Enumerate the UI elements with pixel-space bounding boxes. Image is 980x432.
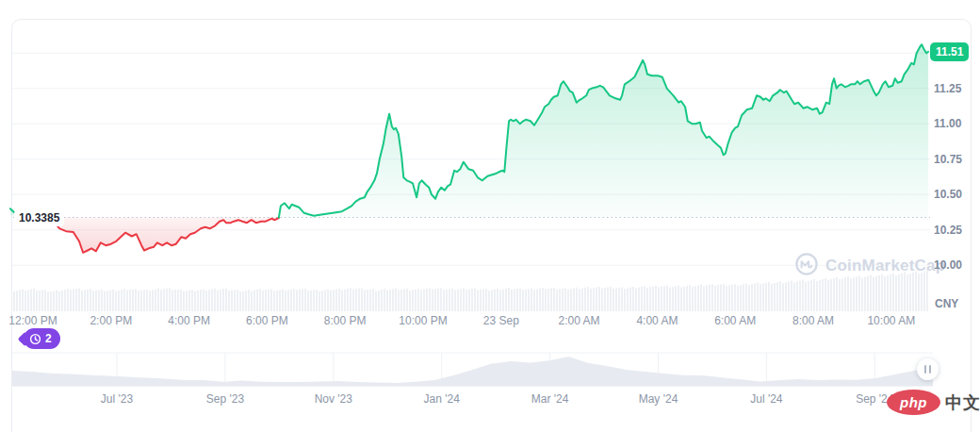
navigator-tick-label: Mar '24 xyxy=(531,392,569,406)
navigator-tick-label: Sep '23 xyxy=(206,392,244,406)
x-axis-tick-label: 4:00 PM xyxy=(168,314,210,327)
x-axis-tick-label: 4:00 AM xyxy=(636,314,678,327)
baseline-price-label: 10.3385 xyxy=(14,210,64,226)
php-site-logo: php xyxy=(887,390,940,415)
navigator-tick-label: Jul '23 xyxy=(101,392,133,406)
y-axis-tick-label: 10.50 xyxy=(934,188,962,201)
handle-grip-icon xyxy=(929,365,931,374)
handle-grip-icon xyxy=(924,365,926,374)
price-chart-canvas[interactable] xyxy=(0,0,980,432)
x-axis-tick-label: 8:00 PM xyxy=(324,314,367,327)
brush-right-handle[interactable] xyxy=(917,358,939,380)
x-axis-tick-label: 10:00 AM xyxy=(867,314,915,327)
price-area-fills xyxy=(10,44,928,253)
current-price-badge: 11.51 xyxy=(930,42,969,61)
history-clock-icon xyxy=(29,333,41,345)
x-axis-tick-label: 12:00 PM xyxy=(8,314,57,327)
y-axis-tick-label: 11.25 xyxy=(934,82,961,95)
x-axis-tick-label: 2:00 AM xyxy=(559,314,600,327)
x-axis-tick-label: 6:00 AM xyxy=(714,314,756,327)
navigator-tick-label: Jan '24 xyxy=(424,392,460,406)
navigator-tick-label: Jul '24 xyxy=(750,392,782,406)
x-axis-tick-label: 23 Sep xyxy=(483,314,519,327)
site-name-text: 中文网 xyxy=(945,391,980,414)
coinmarketcap-logo-icon xyxy=(794,252,819,280)
x-axis-tick-label: 10:00 PM xyxy=(399,314,447,327)
currency-label: CNY xyxy=(935,297,958,310)
history-count: 2 xyxy=(45,332,52,345)
volume-bars xyxy=(13,270,928,311)
coinmarketcap-brand-text: CoinMarketCap xyxy=(825,257,945,275)
y-axis-tick-label: 10.00 xyxy=(934,258,962,272)
navigator-tick-label: May '24 xyxy=(639,392,678,406)
y-axis-tick-label: 11.00 xyxy=(934,117,961,130)
history-badge[interactable]: 2 xyxy=(24,328,60,349)
brush-chart[interactable] xyxy=(12,353,933,387)
x-axis-tick-label: 2:00 PM xyxy=(90,314,132,327)
coinmarketcap-watermark: CoinMarketCap xyxy=(794,252,945,280)
navigator-tick-label: Nov '23 xyxy=(315,392,352,406)
php-logo-text: php xyxy=(900,394,927,410)
x-axis-tick-label: 8:00 AM xyxy=(792,314,834,327)
x-axis-tick-label: 6:00 PM xyxy=(246,314,288,327)
y-axis-tick-label: 10.75 xyxy=(934,153,962,166)
y-axis-tick-label: 10.25 xyxy=(934,224,962,237)
